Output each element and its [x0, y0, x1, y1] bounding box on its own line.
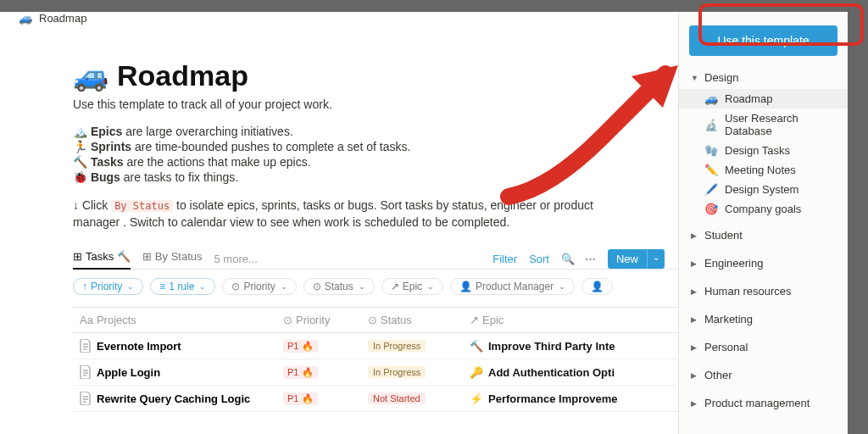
sprints-desc: are time-bounded pushes to complete a se…: [131, 140, 410, 153]
sort-link[interactable]: Sort: [529, 253, 549, 265]
breadcrumb-title: Roadmap: [39, 12, 86, 25]
filter-more-pill[interactable]: 👤: [581, 278, 613, 295]
row-name: Evernote Import: [97, 340, 181, 353]
tab-tasks[interactable]: ⊞Tasks 🔨: [73, 250, 131, 270]
sidebar-section[interactable]: ▶Human resources: [679, 280, 848, 303]
sidebar-item-icon: 🧤: [704, 144, 718, 157]
priority-tag: P1 🔥: [283, 392, 318, 405]
priority-tag: P1 🔥: [283, 366, 318, 379]
filter-priority-pill[interactable]: ⊙ Priority⌄: [222, 278, 296, 295]
sidebar-item-label: Design System: [725, 183, 798, 196]
page-icon: [80, 365, 92, 379]
sprints-label: Sprints: [91, 140, 131, 153]
col-epic[interactable]: ↗Epic: [463, 308, 678, 332]
filter-link[interactable]: Filter: [492, 253, 517, 265]
sidebar-section-label: Other: [704, 369, 732, 381]
sidebar-item[interactable]: 🔬User Research Database: [679, 108, 848, 141]
filter-status-pill[interactable]: ⊙ Status⌄: [303, 278, 375, 295]
filter-epic-pill[interactable]: ↗ Epic⌄: [381, 278, 443, 295]
by-status-tag: By Status: [111, 200, 173, 212]
sidebar-item-label: Meeting Notes: [725, 164, 796, 176]
table-row[interactable]: Rewrite Query Caching LogicP1 🔥Not Start…: [73, 386, 678, 412]
sidebar-item-icon: 🚙: [704, 92, 718, 105]
tasks-label: Tasks: [91, 155, 124, 169]
tab-more[interactable]: 5 more...: [214, 253, 257, 265]
status-tag: Not Started: [368, 392, 426, 404]
status-tag: In Progress: [368, 366, 426, 378]
epic-icon: ⚡: [470, 392, 483, 405]
sidebar-section[interactable]: ▶Product management: [679, 392, 848, 415]
breadcrumb[interactable]: 🚙 Roadmap: [0, 12, 678, 31]
tasks-desc: are the actions that make up epics.: [124, 155, 311, 169]
sidebar-item[interactable]: 🎯Company goals: [679, 199, 848, 219]
col-projects[interactable]: AaProjects: [73, 308, 276, 332]
sidebar-item[interactable]: ✏️Meeting Notes: [679, 160, 848, 180]
sprints-icon: 🏃: [73, 140, 87, 153]
row-name: Apple Login: [97, 366, 160, 379]
sidebar-item-label: Company goals: [725, 203, 801, 215]
rule-pill[interactable]: ≡ 1 rule⌄: [150, 278, 215, 295]
sidebar-item-label: Roadmap: [725, 92, 772, 105]
page-subtitle: Use this template to track all of your p…: [73, 97, 678, 111]
page-emoji: 🚙: [73, 58, 108, 92]
sidebar-section-label: Personal: [704, 341, 748, 353]
table-header: AaProjects ⊙Priority ⊙Status ↗Epic: [73, 308, 678, 333]
page-icon: [80, 392, 92, 405]
col-status[interactable]: ⊙Status: [361, 308, 463, 332]
filter-pm-pill[interactable]: 👤 Product Manager⌄: [450, 278, 575, 295]
table-row[interactable]: Evernote ImportP1 🔥In Progress🔨Improve T…: [73, 333, 678, 359]
sidebar-section[interactable]: ▶Engineering: [679, 252, 848, 275]
section-design[interactable]: ▼Design: [679, 66, 848, 89]
sidebar-section-label: Marketing: [704, 313, 753, 326]
sidebar-section[interactable]: ▶Personal: [679, 336, 848, 359]
sidebar-item[interactable]: 🖊️Design System: [679, 180, 848, 199]
page-title: Roadmap: [117, 59, 248, 92]
epic-icon: 🔑: [470, 366, 483, 379]
page-icon: [80, 339, 92, 353]
sidebar-item[interactable]: 🧤Design Tasks: [679, 141, 848, 160]
tasks-icon: 🔨: [73, 155, 87, 169]
epic-name: Performance Improveme: [488, 392, 617, 405]
priority-tag: P1 🔥: [283, 340, 318, 353]
sidebar-section-label: Human resources: [704, 285, 792, 298]
projects-table: AaProjects ⊙Priority ⊙Status ↗Epic Evern…: [73, 307, 678, 412]
sidebar-item-icon: 🔬: [704, 119, 718, 131]
right-sidebar: Use this template ▼Design 🚙Roadmap🔬User …: [678, 12, 848, 434]
sidebar-section-label: Engineering: [704, 257, 763, 270]
breadcrumb-icon: 🚙: [19, 12, 32, 25]
epics-label: Epics: [91, 125, 122, 138]
sidebar-item-icon: 🎯: [704, 203, 718, 215]
bugs-label: Bugs: [91, 170, 120, 184]
table-row[interactable]: Apple LoginP1 🔥In Progress🔑Add Authentic…: [73, 359, 678, 386]
sidebar-section[interactable]: ▶Other: [679, 364, 848, 387]
status-tag: In Progress: [368, 340, 426, 352]
new-dropdown-icon[interactable]: ⌄: [647, 249, 665, 269]
tip-text: ↓ Click By Status to isolate epics, spri…: [73, 198, 615, 231]
more-icon[interactable]: ⋯: [585, 253, 596, 265]
bugs-icon: 🐞: [73, 170, 87, 184]
sidebar-section-label: Product management: [704, 397, 810, 409]
epics-icon: 🏔️: [73, 125, 87, 138]
row-name: Rewrite Query Caching Logic: [97, 392, 250, 405]
sort-priority-pill[interactable]: ↑ Priority⌄: [73, 278, 143, 295]
search-icon[interactable]: 🔍: [561, 253, 575, 265]
new-button[interactable]: New ⌄: [608, 249, 665, 269]
use-template-button[interactable]: Use this template: [689, 25, 837, 56]
sidebar-section[interactable]: ▶Student: [679, 224, 848, 247]
sidebar-section[interactable]: ▶Marketing: [679, 308, 848, 331]
col-priority[interactable]: ⊙Priority: [276, 308, 361, 332]
tab-by-status[interactable]: ⊞By Status: [142, 250, 203, 268]
epic-name: Add Authentication Opti: [488, 366, 615, 379]
bullets: 🏔️ Epics are large overarching initiativ…: [73, 125, 678, 184]
epic-name: Improve Third Party Inte: [488, 340, 615, 353]
sidebar-item-label: Design Tasks: [725, 144, 790, 157]
epic-icon: 🔨: [470, 340, 483, 353]
sidebar-item-label: User Research Database: [725, 112, 836, 137]
bugs-desc: are tasks to fix things.: [120, 170, 238, 184]
sidebar-section-label: Student: [704, 229, 743, 242]
sidebar-item[interactable]: 🚙Roadmap: [679, 89, 848, 108]
sidebar-item-icon: ✏️: [704, 164, 718, 176]
epics-desc: are large overarching initiatives.: [122, 125, 293, 138]
sidebar-item-icon: 🖊️: [704, 183, 718, 196]
